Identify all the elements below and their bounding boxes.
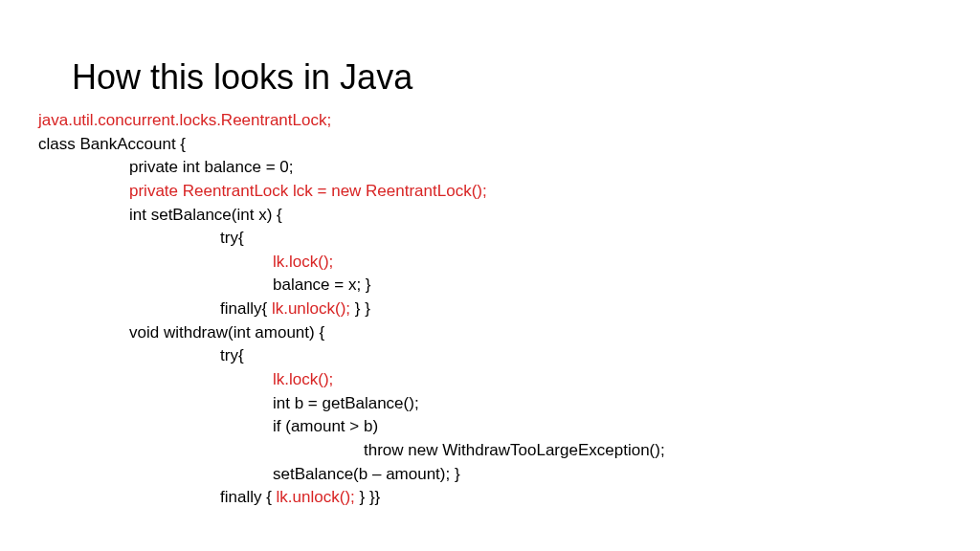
code-line: int setBalance(int x) { — [19, 204, 961, 228]
code-line: throw new WithdrawTooLargeException(); — [19, 439, 961, 463]
code-line: lk.lock(); — [19, 251, 961, 275]
code-line: java.util.concurrent.locks.ReentrantLock… — [19, 109, 961, 133]
code-line: private ReentrantLock lck = new Reentran… — [19, 180, 961, 204]
code-line: finally{ lk.unlock(); } } — [19, 298, 961, 321]
code-line: try{ — [19, 227, 961, 251]
code-line: setBalance(b – amount); } — [19, 463, 961, 487]
slide-title: How this looks in Java — [72, 57, 961, 98]
code-line: try{ — [19, 344, 961, 368]
code-line: balance = x; } — [19, 274, 961, 298]
code-line: if (amount > b) — [19, 415, 961, 439]
slide: How this looks in Java java.util.concurr… — [0, 0, 980, 529]
code-line: lk.lock(); — [19, 368, 961, 392]
code-line: finally { lk.unlock(); } }} — [19, 486, 961, 510]
code-block: java.util.concurrent.locks.ReentrantLock… — [19, 109, 961, 510]
code-line: private int balance = 0; — [19, 156, 961, 180]
code-line: void withdraw(int amount) { — [19, 321, 961, 345]
code-line: class BankAccount { — [19, 133, 961, 157]
code-line: int b = getBalance(); — [19, 392, 961, 416]
